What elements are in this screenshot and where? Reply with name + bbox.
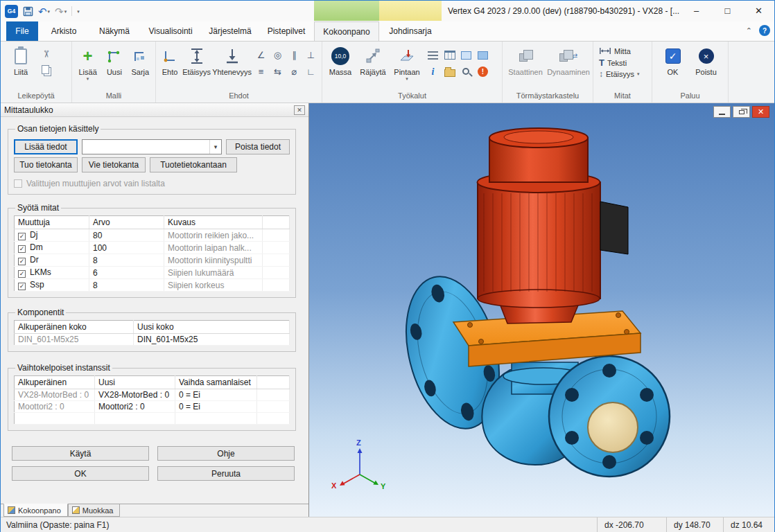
- save-button[interactable]: [23, 6, 33, 17]
- open-folder-button[interactable]: [442, 64, 458, 80]
- col-header-new[interactable]: Uusi: [95, 376, 175, 389]
- add-data-button[interactable]: Lisää tiedot: [14, 139, 78, 154]
- remove-data-button[interactable]: Poista tiedot: [226, 139, 290, 154]
- add-component-button[interactable]: + Lisää ▾: [75, 44, 101, 82]
- value-cell[interactable]: 8: [89, 279, 164, 292]
- dynamic-collision-button[interactable]: ⇄ Dynaaminen: [547, 44, 590, 76]
- dimension-row[interactable]: ✓LKMs 6 Siipien lukumäärä: [15, 267, 290, 279]
- copy-button[interactable]: [40, 64, 53, 78]
- ok-dialog-button[interactable]: OK: [12, 466, 149, 481]
- new-instance-cell[interactable]: VX28-MotorBed : 0: [95, 389, 175, 401]
- warning-button[interactable]: !: [475, 64, 491, 80]
- static-collision-button[interactable]: Staattinen: [505, 44, 546, 76]
- new-instance-cell[interactable]: Moottori2 : 0: [95, 401, 175, 413]
- tab-kokoonpano[interactable]: Kokoonpano: [314, 21, 379, 41]
- numbered-list-button[interactable]: [425, 47, 441, 63]
- table-view-button[interactable]: [442, 47, 458, 63]
- values-from-list-checkbox[interactable]: [14, 179, 22, 188]
- tab-pistepilvet[interactable]: Pistepilvet: [259, 21, 314, 41]
- new-part-button[interactable]: Uusi: [102, 44, 126, 76]
- instance-row[interactable]: Moottori2 : 0 Moottori2 : 0 0 = Ei: [15, 401, 290, 413]
- panel-view-alt-button[interactable]: [475, 47, 491, 63]
- ribbon-collapse-button[interactable]: ⌃: [746, 26, 752, 35]
- zoom-search-button[interactable]: [458, 64, 474, 80]
- doc-close-button[interactable]: ✕: [752, 106, 769, 118]
- col-header-original-size[interactable]: Alkuperäinen koko: [15, 321, 134, 334]
- value-cell[interactable]: 8: [89, 254, 164, 267]
- data-combobox[interactable]: ▾: [82, 139, 222, 154]
- col-header-arvo[interactable]: Arvo: [89, 216, 164, 229]
- import-database-button[interactable]: Tuo tietokanta: [14, 157, 78, 172]
- col-header-new-size[interactable]: Uusi koko: [134, 321, 290, 334]
- parallel-constraint-button[interactable]: ∥: [286, 47, 302, 63]
- col-header-replace-same[interactable]: Vaihda samanlaiset: [175, 376, 257, 389]
- diameter-constraint-button[interactable]: ⌀: [286, 64, 302, 80]
- row-checkbox[interactable]: ✓: [18, 245, 26, 253]
- export-database-button[interactable]: Vie tietokanta: [82, 157, 146, 172]
- redo-button[interactable]: ↷▾: [55, 6, 67, 17]
- dimension-button[interactable]: Mitta: [599, 46, 639, 55]
- undo-button[interactable]: ↶▾: [38, 6, 50, 17]
- help-dialog-button[interactable]: Ohje: [157, 446, 295, 461]
- doc-restore-button[interactable]: [733, 106, 750, 118]
- col-header-kuvaus[interactable]: Kuvaus: [164, 216, 263, 229]
- coincidence-button[interactable]: Yhtenevyys: [212, 44, 252, 76]
- qat-customize-button[interactable]: ▾: [77, 9, 80, 14]
- constraint-button[interactable]: Ehto: [159, 44, 181, 76]
- tab-visualisointi[interactable]: Visualisointi: [139, 21, 202, 41]
- explode-button[interactable]: Räjäytä: [357, 44, 389, 76]
- value-cell[interactable]: 6: [89, 267, 164, 279]
- value-cell[interactable]: 100: [89, 242, 164, 254]
- dimension-row[interactable]: ✓Dj 80 Moottorin reikien jako...: [15, 229, 290, 242]
- swap-constraint-button[interactable]: ⇆: [270, 64, 286, 80]
- value-cell[interactable]: 80: [89, 229, 164, 242]
- instance-row[interactable]: VX28-MotorBed : 0 VX28-MotorBed : 0 0 = …: [15, 389, 290, 401]
- viewport-canvas[interactable]: Z X Y: [309, 103, 774, 517]
- concentric-constraint-button[interactable]: ◎: [270, 47, 286, 63]
- series-button[interactable]: Sarja: [128, 44, 153, 76]
- data-combobox-input[interactable]: [82, 140, 209, 154]
- row-checkbox[interactable]: ✓: [18, 258, 26, 265]
- dimension-row[interactable]: ✓Ssp 8 Siipien korkeus: [15, 279, 290, 292]
- apply-button[interactable]: Käytä: [12, 446, 149, 461]
- row-checkbox[interactable]: ✓: [18, 270, 26, 278]
- maximize-button[interactable]: □: [712, 1, 743, 21]
- row-checkbox[interactable]: ✓: [18, 233, 26, 240]
- help-button[interactable]: ?: [759, 25, 770, 36]
- col-header-original[interactable]: Alkuperäinen: [15, 376, 95, 389]
- component-row[interactable]: DIN_601-M5x25 DIN_601-M5x25: [15, 334, 290, 346]
- tab-nakyma[interactable]: Näkymä: [89, 21, 139, 41]
- tab-arkisto[interactable]: Arkisto: [38, 21, 89, 41]
- mass-button[interactable]: 10,0 Massa: [325, 44, 356, 76]
- combobox-dropdown-icon[interactable]: ▾: [209, 140, 221, 154]
- row-checkbox[interactable]: ✓: [18, 283, 26, 290]
- panel-view-button[interactable]: [458, 47, 474, 63]
- minimize-button[interactable]: –: [681, 1, 712, 21]
- cancel-button[interactable]: Peruuta: [157, 466, 295, 481]
- pump-assembly-model[interactable]: [392, 128, 670, 477]
- dimension-row[interactable]: ✓Dr 8 Moottorin kiinnityspultti: [15, 254, 290, 267]
- right-angle-constraint-button[interactable]: ∟: [303, 64, 319, 80]
- bottom-tab-kokoonpano[interactable]: Kokoonpano: [3, 504, 68, 517]
- angle-constraint-button[interactable]: ∠: [253, 47, 269, 63]
- bottom-tab-muokkaa[interactable]: Muokkaa: [68, 504, 121, 517]
- exit-button[interactable]: × Poistu: [693, 44, 720, 76]
- measure-distance-button[interactable]: ↕ Etäisyys ▾: [599, 70, 639, 78]
- coincident-constraint-button[interactable]: ≡: [253, 64, 269, 80]
- tab-johdinsarja[interactable]: Johdinsarja: [379, 21, 442, 41]
- model-viewport[interactable]: Z X Y ✕: [309, 103, 774, 517]
- to-surface-button[interactable]: Pintaan ▾: [390, 44, 424, 82]
- replace-same-cell[interactable]: 0 = Ei: [175, 389, 257, 401]
- distance-constraint-button[interactable]: Etäisyys: [182, 44, 211, 76]
- doc-minimize-button[interactable]: [713, 106, 731, 118]
- panel-close-button[interactable]: ✕: [294, 105, 305, 115]
- text-annotation-button[interactable]: T Teksti: [599, 57, 639, 68]
- new-size-cell[interactable]: DIN_601-M5x25: [134, 334, 290, 346]
- product-database-button[interactable]: Tuotetietokantaan: [150, 157, 237, 172]
- replace-same-cell[interactable]: 0 = Ei: [175, 401, 257, 413]
- perpendicular-constraint-button[interactable]: ⊥: [303, 47, 319, 63]
- cut-button[interactable]: ✂: [40, 47, 53, 61]
- paste-button[interactable]: Liitä: [3, 44, 38, 76]
- info-button[interactable]: i: [425, 64, 441, 80]
- dimension-row[interactable]: ✓Dm 100 Moottorin laipan halk...: [15, 242, 290, 254]
